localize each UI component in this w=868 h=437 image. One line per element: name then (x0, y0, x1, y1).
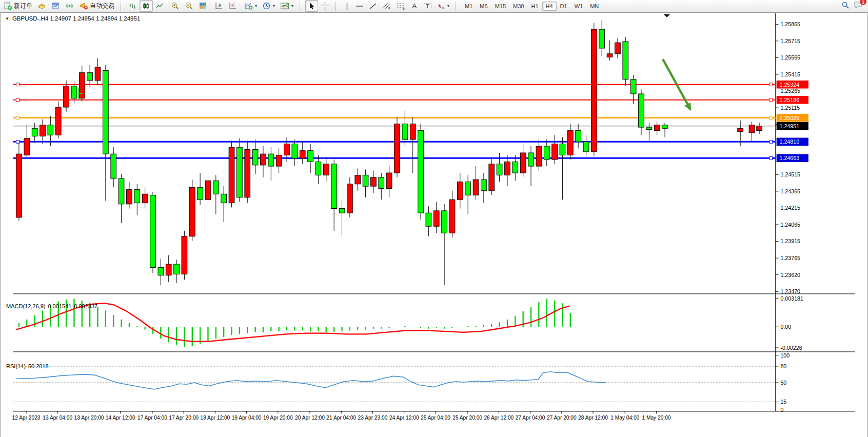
time-axis-label: 17 Apr 04:00 (137, 415, 167, 421)
periods-dropdown-caret[interactable]: ▾ (273, 4, 275, 8)
timeframe-m15[interactable]: M15 (491, 2, 509, 11)
price-axis-label: 1.23765 (780, 255, 800, 261)
vertical-line-tool[interactable] (341, 0, 353, 12)
candlestick-chart-button[interactable] (140, 0, 153, 12)
new-order-button[interactable]: 新订单 (1, 0, 35, 12)
timeframe-w1[interactable]: W1 (571, 2, 587, 11)
hline-anchor[interactable] (770, 156, 773, 160)
hline-anchor[interactable] (16, 140, 19, 143)
hline-anchor[interactable] (16, 98, 19, 102)
candle-body (512, 162, 518, 173)
timeframe-h1[interactable]: H1 (527, 2, 542, 11)
hline-anchor[interactable] (770, 116, 773, 120)
macd-value: 0.001541 (48, 303, 71, 309)
down-arrow-annotation[interactable] (663, 59, 687, 104)
rsi-axis-label: 15 (780, 399, 786, 405)
fibonacci-tool[interactable]: F (394, 0, 408, 12)
timeframe-d1[interactable]: D1 (557, 2, 571, 11)
chart-title-text: GBPUSD-,H4 1.24907 1.24954 1.24894 1.249… (12, 15, 140, 22)
auto-scroll-button[interactable] (212, 0, 226, 12)
shapes-tool-button[interactable]: ▾ (435, 0, 452, 12)
time-axis-label: 28 Apr 12:00 (578, 415, 608, 421)
candle-body (182, 236, 187, 274)
zoom-in-button[interactable] (168, 0, 182, 12)
horizontal-line-tool[interactable] (353, 0, 366, 12)
timeframe-m30[interactable]: M30 (509, 2, 527, 11)
hline-anchor[interactable] (16, 83, 19, 86)
price-badge-label: 1.24951 (779, 123, 799, 129)
shapes-dropdown-caret[interactable]: ▾ (447, 4, 449, 8)
candle-body (134, 190, 140, 203)
rsi-name: RSI(14) (6, 363, 26, 369)
timeframe-m1[interactable]: M1 (461, 2, 476, 11)
indicators-dropdown-caret[interactable]: ▾ (255, 4, 257, 8)
price-axis-label: 1.23470 (780, 288, 800, 294)
price-badge-label: 1.24663 (779, 155, 799, 161)
templates-dropdown-caret[interactable]: ▾ (291, 4, 293, 8)
market-watch-button[interactable] (49, 0, 63, 12)
candle-body (489, 164, 495, 191)
periods-clock-icon (262, 2, 271, 10)
candle-body (639, 94, 644, 127)
candlestick-chart-icon (142, 2, 150, 10)
candle-body (599, 29, 605, 48)
hline-anchor[interactable] (770, 83, 773, 86)
templates-button[interactable]: ▾ (278, 0, 296, 12)
scroll-end-marker-icon[interactable] (664, 14, 670, 17)
candle-body (371, 177, 377, 186)
price-axis-label: 1.25565 (780, 54, 800, 61)
chart-shift-button[interactable] (226, 0, 240, 12)
timeframe-m5[interactable]: M5 (476, 2, 491, 11)
candle-body (315, 162, 321, 175)
search-icon[interactable] (841, 1, 850, 11)
hline-anchor[interactable] (770, 140, 773, 143)
macd-axis: 0.0031810.00-0.00226 (776, 295, 803, 351)
line-chart-button[interactable] (153, 0, 166, 12)
bar-chart-button[interactable] (126, 0, 140, 12)
zoom-out-button[interactable] (182, 0, 196, 12)
svg-text:A: A (412, 2, 417, 10)
candle-body (79, 73, 85, 98)
chart-profile-button[interactable] (35, 0, 49, 12)
indicators-icon (244, 2, 253, 10)
candle-body (457, 182, 463, 200)
cursor-tool-button[interactable] (305, 0, 318, 12)
candle-body (505, 162, 510, 175)
notifications-button[interactable]: 1 (854, 1, 863, 11)
candle-body (331, 164, 337, 209)
candle-body (528, 153, 534, 166)
price-axis-label: 1.25715 (780, 38, 800, 44)
candle-body (339, 209, 345, 213)
fibonacci-icon: F (397, 2, 406, 10)
crosshair-tool-button[interactable] (318, 0, 332, 12)
chart-canvas: 1.258651.257151.255651.254151.252651.251… (0, 12, 868, 437)
equidistant-channel-tool[interactable]: E (380, 0, 394, 12)
vertical-line-icon (344, 2, 350, 10)
candle-body (158, 268, 164, 275)
periods-button[interactable]: ▾ (260, 0, 278, 12)
candle-body (560, 144, 565, 155)
candle-body (323, 164, 329, 175)
price-axis-label: 1.23915 (780, 238, 800, 244)
candle-body (615, 43, 621, 54)
tile-windows-button[interactable] (196, 0, 210, 12)
rsi-axis-label: 100 (780, 352, 790, 359)
strategy-tester-button[interactable] (63, 0, 76, 12)
indicators-button[interactable]: ▾ (242, 0, 260, 12)
candle-body (111, 154, 116, 178)
time-axis-label: 27 Apr 04:00 (516, 415, 545, 421)
candle-body (757, 126, 762, 131)
candle-body (607, 54, 613, 57)
macd-axis-label: 0.00 (780, 324, 791, 330)
hline-anchor[interactable] (16, 116, 19, 120)
candle-body (394, 124, 400, 173)
auto-trading-button[interactable]: 自动交易 (76, 0, 117, 12)
timeframe-mn[interactable]: MN (586, 2, 602, 11)
trendline-tool[interactable] (366, 0, 380, 12)
text-tool[interactable]: A (408, 0, 421, 12)
hline-anchor[interactable] (770, 98, 773, 102)
timeframe-h4[interactable]: H4 (542, 2, 557, 11)
text-label-tool[interactable]: T (421, 0, 435, 12)
candle-body (55, 107, 61, 135)
collapse-triangle-icon[interactable]: ▼ (5, 16, 9, 21)
